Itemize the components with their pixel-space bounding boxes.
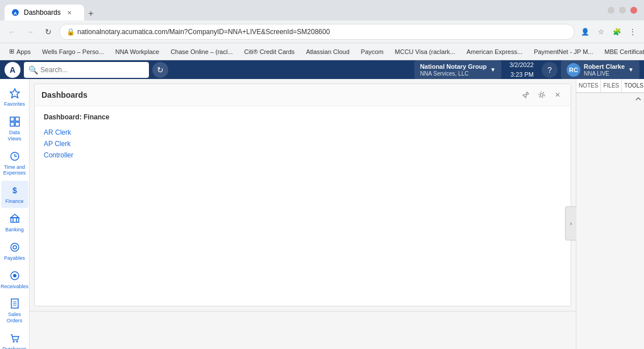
right-panel: NOTES FILES TOOLS ▼ › (576, 79, 644, 349)
right-panel-content (576, 93, 644, 349)
back-button[interactable]: ← (5, 24, 19, 39)
minimize-button[interactable] (608, 7, 614, 14)
maximize-button[interactable] (619, 7, 626, 14)
svg-marker-12 (11, 214, 19, 218)
controller-link[interactable]: Controller (44, 149, 562, 161)
sidebar-item-time-expenses[interactable]: Time and Expenses (1, 147, 28, 180)
chevron-up-icon (635, 95, 642, 102)
svg-marker-2 (10, 89, 19, 98)
extensions-button[interactable]: 🧩 (610, 25, 624, 39)
date-display: 3/2/2022 (509, 60, 534, 70)
company-details: National Notary Group NNA Services, LLC (420, 63, 487, 77)
panel-expand-button[interactable]: › (565, 206, 576, 240)
browser-chrome: A Dashboards ✕ + (0, 0, 644, 20)
bookmark-citi-label: Citi® Credit Cards (244, 48, 295, 55)
panel-actions: ✕ (520, 89, 564, 101)
sidebar-item-payables[interactable]: Payables (1, 238, 28, 265)
svg-point-18 (13, 274, 16, 277)
svg-rect-3 (10, 117, 14, 121)
address-bar[interactable]: 🔒 nationalnotary.acumatica.com/Main?Comp… (59, 24, 575, 40)
company-selector[interactable]: National Notary Group NNA Services, LLC … (414, 60, 501, 79)
apps-icon: ⊞ (9, 48, 14, 55)
sidebar-item-sales-orders[interactable]: Sales Orders (1, 294, 28, 327)
history-button[interactable]: ↻ (152, 62, 168, 78)
user-name: Robert Clarke (584, 63, 625, 70)
files-tab[interactable]: FILES (601, 79, 622, 92)
tab-close-button[interactable]: ✕ (65, 9, 73, 16)
close-icon: ✕ (555, 91, 560, 99)
sidebar-item-data-views[interactable]: Data Views (1, 112, 28, 146)
pin-icon (522, 91, 530, 99)
receivables-icon (9, 269, 20, 282)
settings-icon (538, 91, 546, 99)
bookmark-citi[interactable]: Citi® Credit Cards (240, 47, 300, 56)
svg-text:$: $ (13, 186, 17, 195)
svg-rect-11 (11, 218, 19, 222)
forward-button[interactable]: → (23, 24, 38, 39)
search-input[interactable] (40, 66, 144, 74)
close-panel-button[interactable]: ✕ (551, 89, 564, 101)
sidebar-item-banking[interactable]: Banking (1, 209, 28, 236)
svg-text:A: A (14, 11, 17, 16)
sidebar-item-favorites[interactable]: Favorites (1, 84, 28, 111)
svg-rect-6 (15, 122, 19, 126)
user-selector[interactable]: RC Robert Clarke NNA LIVE ▼ (561, 60, 639, 79)
sidebar-item-finance[interactable]: $ Finance (1, 181, 28, 208)
bookmark-paycom[interactable]: Paycom (356, 47, 388, 56)
sidebar-favorites-label: Favorites (4, 101, 25, 107)
ar-clerk-link[interactable]: AR Clerk (44, 127, 562, 138)
svg-point-23 (13, 341, 14, 343)
app-logo[interactable]: A (5, 62, 20, 78)
browser-actions: 👤 ☆ 🧩 ⋮ (578, 25, 639, 39)
tools-tab[interactable]: TOOLS ▼ (622, 79, 644, 92)
sidebar-purchases-label: Purchases (2, 346, 27, 349)
svg-rect-5 (10, 122, 14, 126)
sidebar-item-receivables[interactable]: Receivables (1, 266, 28, 293)
settings-button[interactable] (535, 89, 548, 101)
svg-point-34 (541, 94, 543, 97)
bookmark-apps[interactable]: ⊞ Apps (5, 47, 35, 56)
bookmark-wellsfargo-label: Wells Fargo – Perso... (42, 48, 104, 55)
sidebar-item-purchases[interactable]: Purchases (1, 329, 28, 349)
right-panel-collapse (576, 93, 644, 105)
bookmark-wellsfargo[interactable]: Wells Fargo – Perso... (38, 47, 109, 56)
avatar: RC (567, 63, 580, 77)
pin-button[interactable] (520, 89, 532, 101)
bookmark-mccu[interactable]: MCCU Visa (raclark... (390, 47, 460, 56)
new-tab-button[interactable]: + (84, 7, 98, 20)
sales-orders-icon (9, 297, 20, 310)
bookmark-paymentnet-label: PaymentNet - JP M... (534, 48, 593, 55)
time-display: 3:23 PM (509, 70, 534, 80)
bookmark-mbe[interactable]: MBE Certification (600, 47, 644, 56)
star-button[interactable]: ☆ (594, 25, 608, 39)
profile-button[interactable]: 👤 (578, 25, 592, 39)
tab-bar: A Dashboards ✕ + (5, 0, 98, 20)
bookmark-nna[interactable]: NNA Workplace (111, 47, 164, 56)
bookmark-chase[interactable]: Chase Online – (racl... (166, 47, 237, 56)
bookmarks-bar: ⊞ Apps Wells Fargo – Perso... NNA Workpl… (0, 43, 644, 60)
bookmark-atlassian[interactable]: Atlassian Cloud (301, 47, 354, 56)
bookmark-paymentnet[interactable]: PaymentNet - JP M... (529, 47, 597, 56)
menu-button[interactable]: ⋮ (626, 25, 639, 39)
panel-header: Dashboards ✕ (35, 84, 571, 106)
banking-icon (9, 213, 20, 225)
svg-point-35 (539, 92, 545, 98)
panel-body: Dashboard: Finance AR Clerk AP Clerk Con… (35, 106, 571, 168)
close-button[interactable] (630, 7, 637, 14)
tools-label: TOOLS (624, 82, 643, 89)
bookmark-chase-label: Chase Online – (racl... (171, 48, 232, 55)
active-tab[interactable]: A Dashboards ✕ (5, 5, 84, 20)
time-expenses-icon (9, 150, 20, 163)
ap-clerk-link[interactable]: AP Clerk (44, 138, 562, 149)
bookmark-amex[interactable]: American Express... (462, 47, 527, 56)
notes-tab[interactable]: NOTES (576, 79, 601, 92)
panel-expand-icon: › (570, 221, 572, 227)
main-content: Dashboards ✕ Dashboard: Fina (30, 79, 576, 349)
panel-title: Dashboards (41, 90, 520, 99)
help-button[interactable]: ? (542, 62, 558, 78)
svg-point-16 (13, 246, 16, 249)
sidebar-receivables-label: Receivables (1, 284, 28, 290)
sidebar-sales-orders-label: Sales Orders (2, 311, 27, 324)
bookmark-mbe-label: MBE Certification (604, 48, 644, 55)
refresh-button[interactable]: ↻ (41, 24, 56, 39)
